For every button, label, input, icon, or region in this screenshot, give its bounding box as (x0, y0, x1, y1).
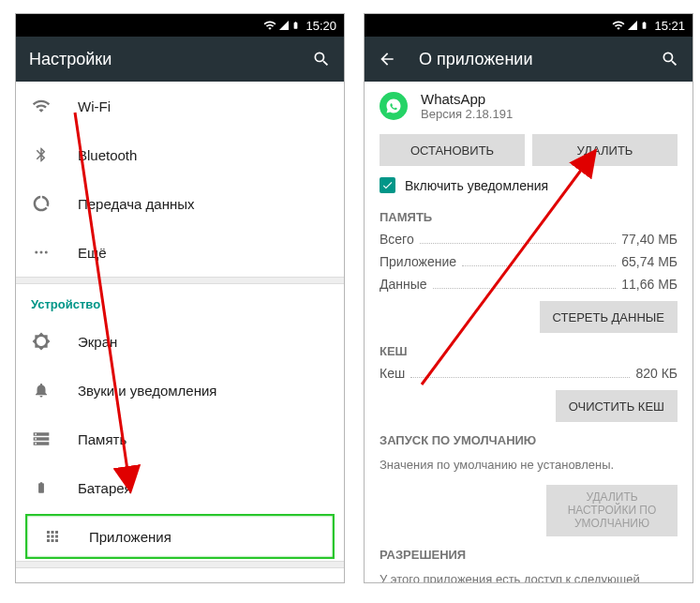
storage-icon (31, 430, 52, 448)
settings-item-label: Bluetooth (78, 147, 137, 163)
apps-icon (42, 528, 63, 545)
app-name: WhatsApp (421, 91, 513, 107)
settings-item-data-usage[interactable]: Передача данных (16, 179, 344, 228)
settings-item-label: Экран (78, 334, 117, 350)
bluetooth-icon (31, 146, 52, 163)
more-horizontal-icon (31, 244, 52, 261)
settings-item-more[interactable]: Ещё (16, 228, 344, 277)
svg-point-0 (35, 251, 37, 254)
checkbox-checked-icon (380, 177, 395, 193)
phone-left-settings: 15:20 Настройки Wi-Fi Bluetooth Передача… (15, 13, 345, 583)
section-header-cache: КЕШ (365, 335, 693, 362)
page-title: О приложении (419, 50, 532, 69)
status-time: 15:21 (654, 19, 685, 33)
whatsapp-icon (380, 92, 408, 120)
settings-list: Wi-Fi Bluetooth Передача данных Ещё Устр… (16, 82, 344, 583)
mem-row-data: Данные11,66 МБ (365, 273, 693, 295)
settings-item-battery[interactable]: Батарея (16, 463, 344, 512)
battery-icon (31, 478, 52, 497)
clear-defaults-button: УДАЛИТЬ НАСТРОЙКИ ПО УМОЛЧАНИЮ (546, 485, 678, 536)
battery-status-icon (291, 19, 300, 32)
clear-cache-button[interactable]: ОЧИСТИТЬ КЕШ (556, 390, 678, 422)
settings-item-display[interactable]: Экран (16, 317, 344, 366)
app-bar: Настройки (16, 37, 344, 82)
section-header-device: Устройство (16, 284, 344, 317)
section-header-permissions: РАЗРЕШЕНИЯ (365, 538, 693, 565)
permissions-note: У этого приложения есть доступ к следующ… (365, 565, 693, 583)
status-time: 15:20 (305, 19, 336, 33)
cache-row: Кеш820 КБ (365, 362, 693, 384)
app-bar: О приложении (365, 37, 693, 82)
notifications-checkbox-row[interactable]: Включить уведомления (365, 173, 693, 201)
force-stop-button[interactable]: ОСТАНОВИТЬ (380, 134, 525, 166)
wifi-icon (31, 97, 52, 115)
notifications-checkbox-label: Включить уведомления (405, 178, 548, 193)
svg-point-2 (45, 251, 48, 254)
search-icon[interactable] (661, 50, 679, 68)
settings-item-label: Ещё (78, 245, 107, 261)
phone-right-app-info: 15:21 О приложении WhatsApp Версия 2.18.… (364, 13, 693, 583)
section-header-memory: ПАМЯТЬ (365, 201, 693, 228)
search-icon[interactable] (312, 50, 331, 68)
settings-item-label: Передача данных (78, 196, 195, 212)
app-header: WhatsApp Версия 2.18.191 (365, 82, 693, 127)
uninstall-button[interactable]: УДАЛИТЬ (532, 134, 678, 166)
app-version: Версия 2.18.191 (421, 107, 513, 121)
status-bar: 15:20 (16, 14, 344, 37)
data-usage-icon (31, 194, 52, 213)
settings-item-label: Приложения (89, 529, 171, 545)
clear-data-button[interactable]: СТЕРЕТЬ ДАННЫЕ (540, 301, 678, 333)
section-divider (16, 277, 344, 284)
signal-status-icon (627, 20, 638, 31)
battery-status-icon (640, 19, 648, 32)
wifi-status-icon (612, 19, 625, 32)
display-icon (31, 332, 52, 351)
settings-item-label: Звуки и уведомления (78, 383, 216, 399)
status-bar: 15:21 (365, 14, 693, 37)
settings-item-label: Wi-Fi (78, 98, 111, 114)
wifi-status-icon (263, 19, 276, 32)
highlighted-apps-item: Приложения (25, 514, 335, 559)
page-title: Настройки (29, 50, 112, 69)
settings-item-label: Батарея (78, 480, 132, 496)
arrow-back-icon (378, 50, 396, 68)
settings-item-storage[interactable]: Память (16, 415, 344, 463)
section-header-personal: Личные данные (16, 568, 344, 583)
settings-item-wifi[interactable]: Wi-Fi (16, 82, 344, 130)
signal-status-icon (278, 20, 290, 31)
launch-note: Значения по умолчанию не установлены. (365, 451, 693, 479)
settings-item-sound[interactable]: Звуки и уведомления (16, 366, 344, 415)
mem-row-app: Приложение65,74 МБ (365, 250, 693, 273)
mem-row-total: Всего77,40 МБ (365, 228, 693, 250)
svg-point-1 (40, 251, 43, 254)
notifications-icon (31, 382, 52, 399)
settings-item-label: Память (78, 431, 127, 447)
section-divider (16, 561, 344, 568)
settings-item-apps[interactable]: Приложения (27, 516, 333, 557)
back-button[interactable] (378, 50, 396, 68)
section-header-launch: ЗАПУСК ПО УМОЛЧАНИЮ (365, 424, 693, 451)
settings-item-bluetooth[interactable]: Bluetooth (16, 130, 344, 179)
